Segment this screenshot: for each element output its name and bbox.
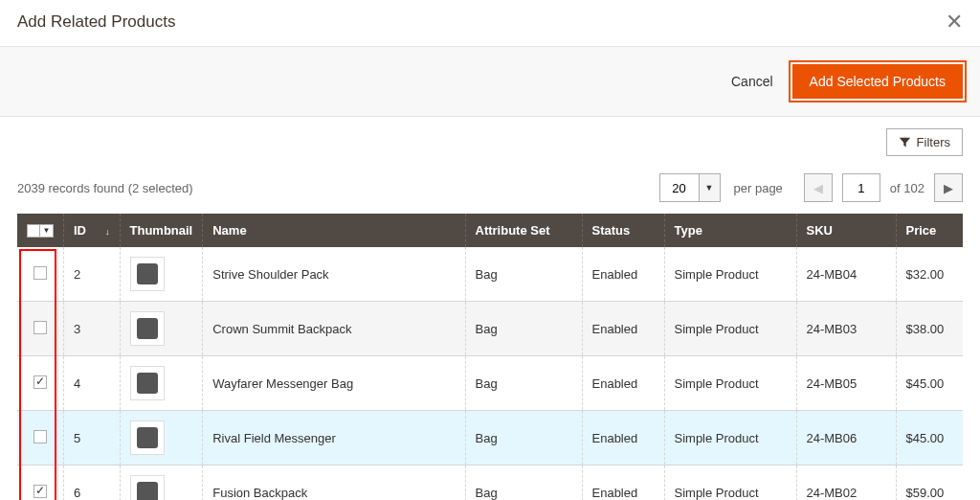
next-page-button[interactable]: ▶ <box>934 173 963 202</box>
row-checkbox[interactable] <box>33 375 47 389</box>
page-size-control: ▼ <box>659 173 721 202</box>
column-header-thumbnail[interactable]: Thumbnail <box>120 214 203 247</box>
cell-id: 4 <box>64 356 121 411</box>
modal-title: Add Related Products <box>17 12 175 32</box>
cell-id: 3 <box>64 302 121 356</box>
cell-name: Rival Field Messenger <box>203 411 465 466</box>
column-header-id[interactable]: ID↓ <box>64 214 121 247</box>
cell-sku: 24-MB03 <box>796 302 896 356</box>
cell-thumbnail <box>120 356 203 411</box>
cell-type: Simple Product <box>664 247 796 302</box>
table-row[interactable]: 5Rival Field MessengerBagEnabledSimple P… <box>17 411 963 466</box>
products-grid: ▼ ID↓ Thumbnail Name Attribute Set Statu… <box>17 214 963 500</box>
column-header-sku[interactable]: SKU <box>796 214 896 247</box>
filters-label: Filters <box>917 135 950 149</box>
column-header-status[interactable]: Status <box>582 214 664 247</box>
cell-attribute-set: Bag <box>465 466 582 501</box>
cell-id: 6 <box>64 466 121 501</box>
modal-header: Add Related Products ✕ <box>0 0 980 46</box>
row-checkbox[interactable] <box>33 485 47 498</box>
table-row[interactable]: 2Strive Shoulder PackBagEnabledSimple Pr… <box>17 247 963 302</box>
cell-sku: 24-MB05 <box>796 356 896 411</box>
cell-id: 2 <box>64 247 121 302</box>
cell-sku: 24-MB06 <box>796 411 896 466</box>
cell-status: Enabled <box>582 302 664 356</box>
cell-name: Crown Summit Backpack <box>203 302 465 356</box>
cell-price: $45.00 <box>896 411 963 466</box>
per-page-label: per page <box>734 181 783 195</box>
page-size-input[interactable] <box>659 173 700 202</box>
column-header-attribute-set[interactable]: Attribute Set <box>465 214 582 247</box>
cell-attribute-set: Bag <box>465 302 582 356</box>
cell-type: Simple Product <box>664 356 796 411</box>
thumbnail-placeholder-icon <box>137 482 158 500</box>
cell-thumbnail <box>120 247 203 302</box>
grid-header-row: ▼ ID↓ Thumbnail Name Attribute Set Statu… <box>17 214 963 247</box>
cell-name: Fusion Backpack <box>203 466 465 501</box>
chevron-left-icon: ◀ <box>813 181 823 195</box>
column-header-name[interactable]: Name <box>203 214 465 247</box>
cell-status: Enabled <box>582 411 664 466</box>
thumbnail-placeholder-icon <box>137 427 158 448</box>
thumbnail-placeholder-icon <box>137 263 158 284</box>
cancel-button[interactable]: Cancel <box>731 74 773 89</box>
cell-sku: 24-MB02 <box>796 466 896 501</box>
add-selected-products-button[interactable]: Add Selected Products <box>792 64 963 99</box>
column-header-type[interactable]: Type <box>664 214 796 247</box>
cell-thumbnail <box>120 466 203 501</box>
select-all-checkbox[interactable] <box>27 224 40 238</box>
cell-attribute-set: Bag <box>465 247 582 302</box>
cell-attribute-set: Bag <box>465 356 582 411</box>
grid-toolbar: 2039 records found (2 selected) ▼ per pa… <box>0 156 980 214</box>
page-size-dropdown[interactable]: ▼ <box>700 173 721 202</box>
cell-type: Simple Product <box>664 302 796 356</box>
thumbnail-placeholder-icon <box>137 318 158 339</box>
table-row[interactable]: 4Wayfarer Messenger BagBagEnabledSimple … <box>17 356 963 411</box>
total-pages-label: of 102 <box>890 181 924 195</box>
cell-status: Enabled <box>582 247 664 302</box>
sort-arrow-icon: ↓ <box>105 227 110 237</box>
cell-status: Enabled <box>582 466 664 501</box>
cell-thumbnail <box>120 302 203 356</box>
action-bar: Cancel Add Selected Products <box>0 46 980 117</box>
filters-button[interactable]: Filters <box>886 128 963 156</box>
filters-row: Filters <box>0 117 980 156</box>
product-thumbnail <box>130 420 165 455</box>
cell-price: $32.00 <box>896 247 963 302</box>
product-thumbnail <box>130 257 165 291</box>
thumbnail-placeholder-icon <box>137 373 158 394</box>
cell-attribute-set: Bag <box>465 411 582 466</box>
close-icon[interactable]: ✕ <box>946 11 963 33</box>
grid-wrapper: ▼ ID↓ Thumbnail Name Attribute Set Statu… <box>0 214 980 500</box>
product-thumbnail <box>130 475 165 500</box>
chevron-right-icon: ▶ <box>944 181 953 195</box>
records-count: 2039 records found (2 selected) <box>17 181 193 195</box>
cell-name: Strive Shoulder Pack <box>203 247 465 302</box>
table-row[interactable]: 6Fusion BackpackBagEnabledSimple Product… <box>17 466 963 501</box>
table-row[interactable]: 3Crown Summit BackpackBagEnabledSimple P… <box>17 302 963 356</box>
product-thumbnail <box>130 366 165 400</box>
cell-name: Wayfarer Messenger Bag <box>203 356 465 411</box>
cell-price: $59.00 <box>896 466 963 501</box>
product-thumbnail <box>130 311 165 346</box>
cell-id: 5 <box>64 411 121 466</box>
row-checkbox[interactable] <box>33 430 47 443</box>
cell-price: $45.00 <box>896 356 963 411</box>
cell-sku: 24-MB04 <box>796 247 896 302</box>
cell-price: $38.00 <box>896 302 963 356</box>
cell-type: Simple Product <box>664 411 796 466</box>
cell-status: Enabled <box>582 356 664 411</box>
select-all-dropdown[interactable]: ▼ <box>40 224 54 238</box>
cell-thumbnail <box>120 411 203 466</box>
row-checkbox[interactable] <box>33 266 47 280</box>
row-checkbox[interactable] <box>33 321 47 334</box>
column-header-checkbox[interactable]: ▼ <box>17 214 64 247</box>
column-header-price[interactable]: Price <box>896 214 963 247</box>
prev-page-button[interactable]: ◀ <box>804 173 833 202</box>
funnel-icon <box>899 136 911 148</box>
pager: ▼ per page ◀ of 102 ▶ <box>659 173 963 202</box>
cell-type: Simple Product <box>664 466 796 501</box>
current-page-input[interactable] <box>842 173 880 202</box>
